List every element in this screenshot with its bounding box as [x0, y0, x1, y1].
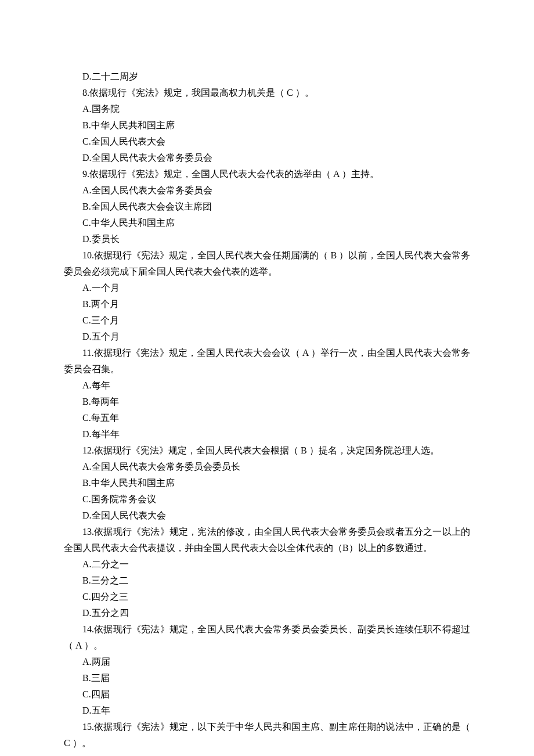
- text-line: 8.依据现行《宪法》规定，我国最高权力机关是（ C ）。: [64, 85, 470, 101]
- text-line: A.全国人民代表大会常务委员会委员长: [64, 459, 470, 475]
- text-line: D.五分之四: [64, 605, 470, 621]
- text-line: B.全国人民代表大会会议主席团: [64, 199, 470, 215]
- text-line: D.委员长: [64, 231, 470, 247]
- text-line: D.五年: [64, 703, 470, 719]
- text-line: D.每半年: [64, 426, 470, 442]
- text-line: 11.依据现行《宪法》规定，全国人民代表大会会议（ A ）举行一次，由全国人民代…: [64, 345, 470, 377]
- text-line: B.两个月: [64, 296, 470, 312]
- text-line: 13.依据现行《宪法》规定，宪法的修改，由全国人民代表大会常务委员会或者五分之一…: [64, 524, 470, 556]
- text-line: C.国务院常务会议: [64, 491, 470, 507]
- text-line: D.全国人民代表大会常务委员会: [64, 150, 470, 166]
- text-line: B.中华人民共和国主席: [64, 475, 470, 491]
- text-line: B.三分之二: [64, 573, 470, 589]
- text-line: C.中华人民共和国主席: [64, 215, 470, 231]
- text-line: 15.依据现行《宪法》规定，以下关于中华人民共和国主席、副主席任期的说法中，正确…: [64, 719, 470, 751]
- text-line: 10.依据现行《宪法》规定，全国人民代表大会任期届满的（ B ）以前，全国人民代…: [64, 247, 470, 280]
- text-line: A.二分之一: [64, 556, 470, 573]
- text-line: 12.依据现行《宪法》规定，全国人民代表大会根据（ B ）提名，决定国务院总理人…: [64, 442, 470, 459]
- text-line: A.每年: [64, 377, 470, 394]
- text-line: 9.依据现行《宪法》规定，全国人民代表大会代表的选举由（ A ）主持。: [64, 166, 470, 182]
- text-line: C.三个月: [64, 312, 470, 329]
- text-line: D.五个月: [64, 329, 470, 345]
- text-line: A.一个月: [64, 280, 470, 296]
- text-line: A.全国人民代表大会常务委员会: [64, 182, 470, 199]
- text-line: C.全国人民代表大会: [64, 134, 470, 150]
- text-line: D.二十二周岁: [64, 69, 470, 85]
- text-line: C.每五年: [64, 410, 470, 426]
- document-content: D.二十二周岁 8.依据现行《宪法》规定，我国最高权力机关是（ C ）。 A.国…: [64, 69, 470, 751]
- text-line: C.四届: [64, 686, 470, 703]
- text-line: B.三届: [64, 670, 470, 686]
- text-line: B.每两年: [64, 394, 470, 410]
- text-line: A.两届: [64, 654, 470, 670]
- text-line: B.中华人民共和国主席: [64, 117, 470, 134]
- text-line: A.国务院: [64, 101, 470, 117]
- text-line: C.四分之三: [64, 589, 470, 605]
- text-line: D.全国人民代表大会: [64, 507, 470, 524]
- text-line: 14.依据现行《宪法》规定，全国人民代表大会常务委员会委员长、副委员长连续任职不…: [64, 621, 470, 654]
